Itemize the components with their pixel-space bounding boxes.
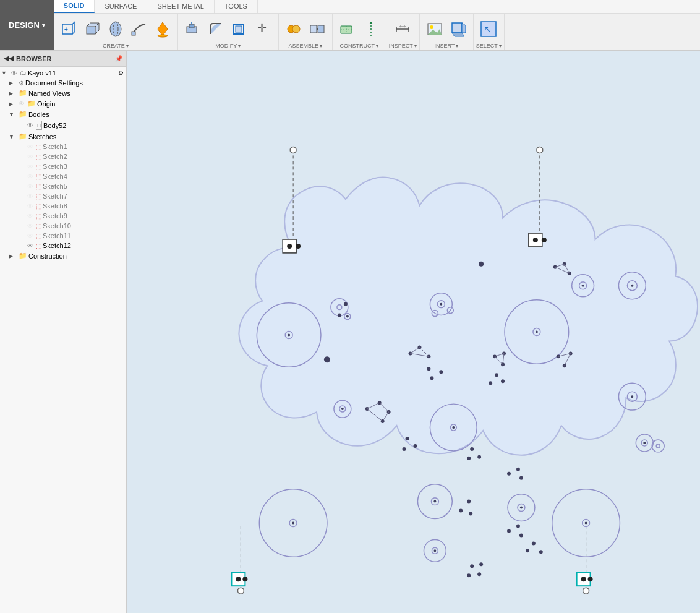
insert-group: INSERT ▾ [420,14,474,50]
svg-point-170 [433,549,436,552]
tree-item-sketch9[interactable]: ▶ 👁 ⬚ Sketch9 [0,211,126,221]
tab-surface[interactable]: SURFACE [95,0,147,13]
fillet-icon [208,20,225,38]
assemble-label[interactable]: ASSEMBLE ▾ [289,43,323,50]
viewport[interactable] [127,51,700,613]
tree-item-sketch8[interactable]: ▶ 👁 ⬚ Sketch8 [0,201,126,211]
tree-item-sketch2[interactable]: ▶ 👁 ⬚ Sketch2 [0,152,126,161]
inspect-label[interactable]: INSPECT ▾ [389,43,417,50]
press-pull-button[interactable] [182,17,204,41]
svg-point-148 [532,541,536,545]
tab-tools[interactable]: TOOLS [215,0,258,13]
new-component-icon: + [60,20,77,38]
svg-point-144 [507,529,511,533]
visibility-icon[interactable]: 👁 [17,100,26,107]
modify-label[interactable]: MODIFY ▾ [215,43,241,50]
shell-button[interactable] [229,17,251,41]
svg-point-71 [292,522,294,525]
collapse-icon[interactable]: ◀◀ [4,54,14,62]
svg-point-145 [516,524,520,528]
measure-button[interactable]: ⟺ [391,17,414,41]
svg-point-52 [542,238,547,242]
visibility-icon[interactable]: 👁 [26,242,35,249]
expand-icon[interactable]: ▼ [9,111,17,118]
fillet-button[interactable] [205,17,228,41]
tree-item-sketch11[interactable]: ▶ 👁 ⬚ Sketch11 [0,231,126,241]
select-button[interactable]: ↖ [477,17,500,41]
tree-item-sketch4[interactable]: ▶ 👁 ⬚ Sketch4 [0,171,126,181]
visibility-icon[interactable]: 👁 [26,163,35,170]
tree-item-named-views[interactable]: ▶ 📁 Named Views [0,88,126,98]
select-chevron-icon: ▾ [499,43,502,49]
visibility-icon[interactable]: 👁 [10,70,19,77]
visibility-icon[interactable]: 👁 [26,183,35,190]
insert-mesh-button[interactable] [447,17,469,41]
tree-item-sketch10[interactable]: ▶ 👁 ⬚ Sketch10 [0,221,126,231]
joint-button[interactable] [283,17,305,41]
svg-point-77 [452,426,455,429]
settings-icon[interactable]: ⚙ [118,70,124,77]
tree-item-sketch3[interactable]: ▶ 👁 ⬚ Sketch3 [0,161,126,171]
tree-item-sketch5[interactable]: ▶ 👁 ⬚ Sketch5 [0,181,126,191]
tree-item-doc-settings[interactable]: ▶ ⚙ Document Settings [0,78,126,88]
tree-item-origin[interactable]: ▶ 👁 📁 Origin [0,98,126,109]
insert-label[interactable]: INSERT ▾ [434,43,458,50]
tree-item-sketch7[interactable]: ▶ 👁 ⬚ Sketch7 [0,191,126,201]
revolve-button[interactable] [105,17,127,41]
select-label[interactable]: SELECT ▾ [476,43,502,50]
item-label: Sketch3 [43,163,67,170]
svg-point-49 [296,244,301,249]
visibility-icon[interactable]: 👁 [26,223,35,229]
tree-item-sketch12[interactable]: ▶ 👁 ⬚ Sketch12 [0,241,126,251]
new-component-button[interactable]: + [58,17,80,41]
insert-chevron-icon: ▾ [456,43,458,49]
visibility-icon[interactable]: 👁 [26,173,35,180]
visibility-icon[interactable]: 👁 [26,193,35,200]
svg-rect-18 [236,26,242,32]
axis-button[interactable] [360,17,382,41]
browser-title: BROWSER [16,55,51,62]
svg-point-150 [470,564,474,568]
tab-sheet-metal[interactable]: SHEET METAL [147,0,214,13]
expand-icon[interactable]: ▶ [9,101,17,107]
insert-image-button[interactable] [424,17,446,41]
expand-icon[interactable]: ▶ [9,253,17,259]
visibility-icon[interactable]: 👁 [26,153,35,160]
design-menu-button[interactable]: DESIGN ▾ [0,0,54,50]
construct-label[interactable]: CONSTRUCT ▾ [340,43,379,50]
tree-item-sketch1[interactable]: ▶ 👁 ⬚ Sketch1 [0,142,126,152]
expand-icon[interactable]: ▶ [9,80,17,86]
svg-rect-11 [132,32,135,35]
sketch-icon: ⬚ [36,203,41,210]
visibility-icon[interactable]: 👁 [26,213,35,220]
expand-icon[interactable]: ▶ [9,90,17,96]
move-button[interactable]: ✛ [252,17,275,41]
svg-point-138 [467,500,471,504]
tree-item-construction[interactable]: ▶ 📁 Construction [0,251,126,261]
loft-button[interactable] [152,17,174,41]
tree-item-root[interactable]: ▼ 👁 🗂 Kayo v11 ⚙ [0,68,126,78]
item-label: Sketch4 [43,173,67,180]
tree-item-bodies[interactable]: ▼ 📁 Bodies [0,109,126,119]
expand-icon[interactable]: ▼ [9,134,17,140]
extrude-button[interactable] [81,17,103,41]
select-group: ↖ SELECT ▾ [474,14,505,50]
joint2-button[interactable] [306,17,328,41]
expand-icon[interactable]: ▼ [1,70,10,76]
create-label[interactable]: CREATE ▾ [103,43,129,50]
visibility-icon[interactable]: 👁 [26,144,35,150]
tab-solid[interactable]: SOLID [54,0,95,13]
inspect-group: ⟺ INSPECT ▾ [386,14,420,50]
main-toolbar: DESIGN ▾ SOLID SURFACE SHEET METAL TOOLS [0,0,700,51]
svg-point-80 [631,285,633,287]
inspect-chevron-icon: ▾ [414,43,417,49]
visibility-icon[interactable]: 👁 [26,233,35,239]
browser-pin-icon[interactable]: 📌 [115,55,122,62]
plane-button[interactable] [336,17,359,41]
tree-item-sketches[interactable]: ▼ 📁 Sketches [0,131,126,142]
visibility-icon[interactable]: 👁 [26,203,35,210]
folder-icon: 📁 [19,132,27,140]
tree-item-body52[interactable]: ▶ 👁 □ Body52 [0,119,126,131]
sweep-button[interactable] [128,17,150,41]
visibility-icon[interactable]: 👁 [26,122,35,129]
